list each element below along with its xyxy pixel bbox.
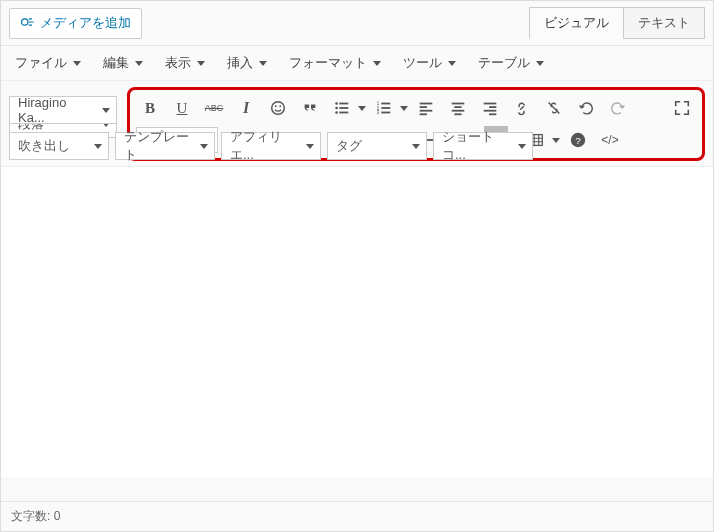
align-center-button[interactable] bbox=[444, 94, 472, 122]
caret-icon bbox=[373, 61, 381, 66]
content-area[interactable] bbox=[1, 167, 713, 477]
svg-rect-21 bbox=[454, 106, 461, 108]
svg-rect-17 bbox=[420, 106, 427, 108]
align-right-button[interactable] bbox=[476, 94, 504, 122]
fontfamily-select[interactable]: Hiragino Ka... bbox=[9, 96, 117, 124]
svg-rect-22 bbox=[452, 110, 465, 112]
svg-rect-9 bbox=[339, 112, 348, 114]
svg-rect-13 bbox=[381, 107, 390, 109]
editor-window: メディアを追加 ビジュアル テキスト ファイル 編集 表示 挿入 フォーマット … bbox=[0, 0, 714, 532]
menu-view[interactable]: 表示 bbox=[165, 54, 205, 72]
add-media-button[interactable]: メディアを追加 bbox=[9, 8, 142, 39]
strikethrough-button[interactable]: ABC bbox=[200, 94, 228, 122]
svg-text:?: ? bbox=[575, 135, 581, 146]
toolbar-row-2-left: Hiragino Ka... bbox=[1, 94, 129, 126]
help-button[interactable]: ? bbox=[564, 126, 592, 154]
menu-format[interactable]: フォーマット bbox=[289, 54, 381, 72]
editor-tabs: ビジュアル テキスト bbox=[530, 7, 705, 39]
menu-file[interactable]: ファイル bbox=[15, 54, 81, 72]
menu-edit[interactable]: 編集 bbox=[103, 54, 143, 72]
svg-point-1 bbox=[272, 102, 285, 115]
tag-select[interactable]: タグ bbox=[327, 132, 427, 160]
svg-rect-11 bbox=[381, 103, 390, 105]
svg-point-0 bbox=[22, 18, 28, 24]
menu-insert[interactable]: 挿入 bbox=[227, 54, 267, 72]
svg-rect-20 bbox=[452, 103, 465, 105]
redo-button[interactable] bbox=[604, 94, 632, 122]
svg-text:3: 3 bbox=[377, 110, 380, 115]
caret-icon bbox=[552, 138, 560, 143]
svg-point-8 bbox=[335, 111, 338, 114]
caret-icon bbox=[358, 106, 366, 111]
svg-point-3 bbox=[279, 105, 281, 107]
svg-rect-25 bbox=[489, 106, 496, 108]
statusbar: 文字数: 0 bbox=[1, 501, 713, 531]
caret-icon bbox=[135, 61, 143, 66]
template-select[interactable]: テンプレート bbox=[115, 132, 215, 160]
menu-tools[interactable]: ツール bbox=[403, 54, 456, 72]
caret-icon bbox=[73, 61, 81, 66]
number-list-button[interactable]: 123 bbox=[370, 94, 408, 122]
caret-icon bbox=[536, 61, 544, 66]
svg-rect-15 bbox=[381, 112, 390, 114]
char-count-label: 文字数: bbox=[11, 509, 54, 523]
blockquote-button[interactable] bbox=[296, 94, 324, 122]
svg-rect-19 bbox=[420, 113, 427, 115]
caret-icon bbox=[448, 61, 456, 66]
underline-button[interactable]: U bbox=[168, 94, 196, 122]
bullet-list-button[interactable] bbox=[328, 94, 366, 122]
link-button[interactable] bbox=[508, 94, 536, 122]
svg-rect-26 bbox=[484, 110, 497, 112]
menu-table[interactable]: テーブル bbox=[478, 54, 544, 72]
tab-text[interactable]: テキスト bbox=[623, 7, 705, 39]
svg-rect-7 bbox=[339, 107, 348, 109]
affiliate-select[interactable]: アフィリエ... bbox=[221, 132, 321, 160]
char-count-value: 0 bbox=[54, 509, 61, 523]
add-media-label: メディアを追加 bbox=[40, 14, 131, 32]
topbar: メディアを追加 ビジュアル テキスト bbox=[1, 1, 713, 46]
undo-button[interactable] bbox=[572, 94, 600, 122]
media-icon bbox=[20, 14, 36, 33]
menubar: ファイル 編集 表示 挿入 フォーマット ツール テーブル bbox=[1, 46, 713, 81]
tab-visual[interactable]: ビジュアル bbox=[529, 7, 624, 39]
fullscreen-button[interactable] bbox=[668, 94, 696, 122]
svg-rect-24 bbox=[484, 103, 497, 105]
svg-point-6 bbox=[335, 107, 338, 110]
source-code-button[interactable]: </> bbox=[596, 126, 624, 154]
caret-icon bbox=[259, 61, 267, 66]
bold-button[interactable]: B bbox=[136, 94, 164, 122]
shortcode-select[interactable]: ショートコ... bbox=[433, 132, 533, 160]
svg-point-2 bbox=[275, 105, 277, 107]
caret-icon bbox=[197, 61, 205, 66]
svg-point-4 bbox=[335, 102, 338, 105]
emoji-button[interactable] bbox=[264, 94, 292, 122]
svg-rect-16 bbox=[420, 103, 433, 105]
svg-rect-5 bbox=[339, 103, 348, 105]
unlink-button[interactable] bbox=[540, 94, 568, 122]
svg-rect-27 bbox=[489, 113, 496, 115]
align-left-button[interactable] bbox=[412, 94, 440, 122]
italic-button[interactable]: I bbox=[232, 94, 260, 122]
caret-icon bbox=[400, 106, 408, 111]
balloon-select[interactable]: 吹き出し bbox=[9, 132, 109, 160]
toolbar-icons-row-1: B U ABC I 123 bbox=[132, 92, 700, 124]
svg-rect-23 bbox=[454, 113, 461, 115]
svg-rect-18 bbox=[420, 110, 433, 112]
